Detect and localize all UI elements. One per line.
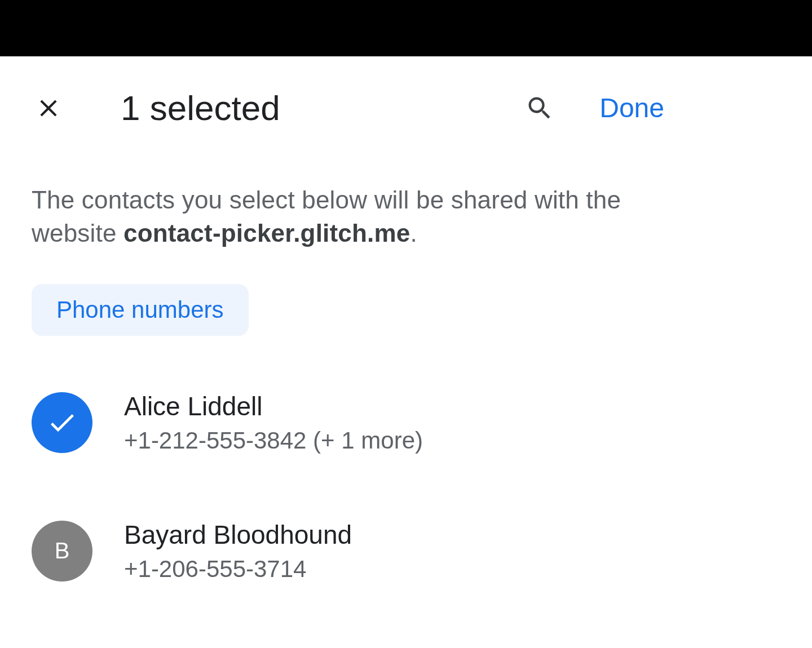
- close-button[interactable]: [32, 91, 65, 125]
- contact-info: Alice Liddell +1-212-555-3842 (+ 1 more): [124, 391, 423, 454]
- avatar-selected: [32, 392, 92, 453]
- phone-numbers-chip[interactable]: Phone numbers: [32, 284, 249, 336]
- contact-row-bayard[interactable]: B Bayard Bloodhound +1-206-555-3714: [32, 504, 668, 598]
- search-icon: [525, 94, 554, 123]
- info-text: The contacts you select below will be sh…: [32, 183, 668, 250]
- info-suffix: .: [411, 219, 417, 247]
- contact-name: Alice Liddell: [124, 391, 423, 421]
- content-wrap: 1 selected Done The contacts you select …: [0, 56, 699, 598]
- close-icon: [34, 94, 63, 122]
- avatar: B: [32, 521, 92, 582]
- done-button[interactable]: Done: [599, 92, 668, 123]
- contact-list: Alice Liddell +1-212-555-3842 (+ 1 more)…: [32, 375, 668, 598]
- status-bar: [0, 0, 812, 56]
- info-website: contact-picker.glitch.me: [123, 219, 411, 247]
- header: 1 selected Done: [32, 56, 668, 144]
- search-button[interactable]: [523, 91, 557, 125]
- check-icon: [46, 407, 78, 438]
- header-title: 1 selected: [121, 88, 511, 128]
- contact-name: Bayard Bloodhound: [124, 520, 352, 550]
- contact-row-alice[interactable]: Alice Liddell +1-212-555-3842 (+ 1 more): [32, 375, 668, 470]
- avatar-initial: B: [55, 538, 70, 563]
- contact-phone: +1-206-555-3714: [124, 556, 352, 583]
- contact-phone: +1-212-555-3842 (+ 1 more): [124, 427, 423, 454]
- contact-info: Bayard Bloodhound +1-206-555-3714: [124, 520, 352, 583]
